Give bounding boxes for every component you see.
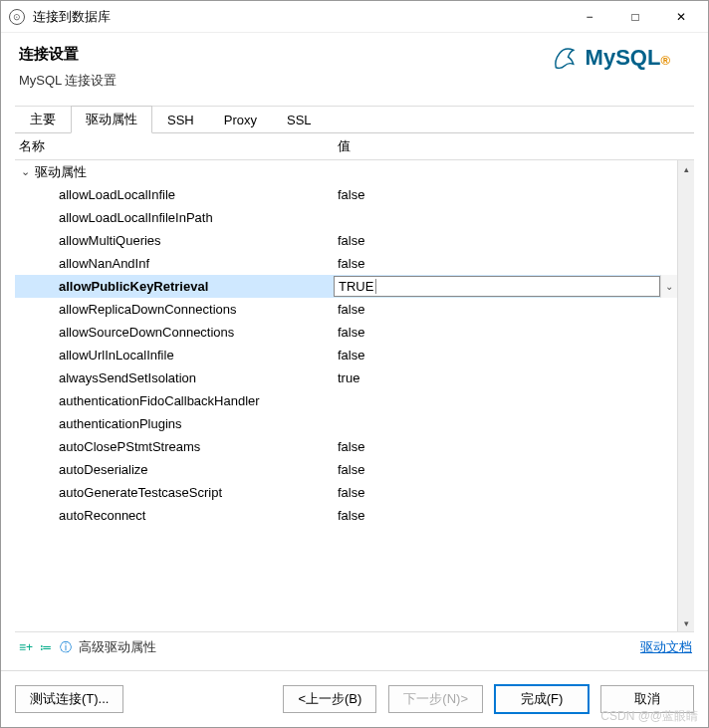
- property-row[interactable]: autoReconnectfalse: [15, 504, 677, 527]
- property-row[interactable]: alwaysSendSetIsolationtrue: [15, 366, 677, 389]
- property-value[interactable]: false: [334, 325, 677, 340]
- mysql-logo: MySQL®: [551, 45, 682, 73]
- property-name: authenticationFidoCallbackHandler: [15, 393, 334, 408]
- property-name: allowMultiQueries: [15, 233, 334, 248]
- property-name: allowLoadLocalInfile: [15, 187, 334, 202]
- tab-ssl[interactable]: SSL: [272, 106, 327, 132]
- property-value[interactable]: false: [334, 508, 677, 523]
- driver-docs-link[interactable]: 驱动文档: [640, 638, 692, 656]
- close-button[interactable]: ✕: [658, 2, 704, 32]
- property-name: autoGenerateTestcaseScript: [15, 485, 334, 500]
- property-name: autoReconnect: [15, 508, 334, 523]
- advanced-properties-label: 高级驱动属性: [79, 638, 156, 656]
- property-row[interactable]: allowPublicKeyRetrievalTRUE⌄: [15, 275, 677, 298]
- tab-driver-properties[interactable]: 驱动属性: [71, 106, 152, 133]
- next-button: 下一步(N)>: [388, 685, 483, 713]
- table-header: 名称 值: [15, 133, 694, 160]
- property-row[interactable]: allowReplicaDownConnectionsfalse: [15, 298, 677, 321]
- dialog-header: 连接设置 MySQL 连接设置 MySQL®: [1, 33, 708, 100]
- app-icon: ⊙: [9, 9, 25, 25]
- property-row[interactable]: allowMultiQueriesfalse: [15, 229, 677, 252]
- scroll-track[interactable]: [678, 177, 694, 614]
- group-label: 驱动属性: [35, 163, 87, 181]
- property-row[interactable]: authenticationFidoCallbackHandler: [15, 389, 677, 412]
- scroll-up-arrow[interactable]: ▴: [678, 160, 694, 177]
- property-row[interactable]: allowUrlInLocalInfilefalse: [15, 344, 677, 366]
- property-name: autoDeserialize: [15, 462, 334, 477]
- property-value[interactable]: false: [334, 485, 677, 500]
- property-value[interactable]: false: [334, 233, 677, 248]
- value-dropdown-icon[interactable]: ⌄: [660, 275, 677, 298]
- maximize-button[interactable]: □: [612, 2, 658, 32]
- inline-add-icon[interactable]: ≔: [37, 640, 55, 654]
- test-connection-button[interactable]: 测试连接(T)...: [15, 685, 123, 713]
- property-row[interactable]: allowSourceDownConnectionsfalse: [15, 321, 677, 344]
- dolphin-icon: [551, 45, 579, 73]
- scroll-down-arrow[interactable]: ▾: [678, 614, 694, 631]
- property-value[interactable]: false: [334, 348, 677, 363]
- property-name: allowSourceDownConnections: [15, 325, 334, 340]
- property-name: allowPublicKeyRetrieval: [15, 279, 334, 294]
- column-value-header[interactable]: 值: [334, 137, 694, 155]
- page-title: 连接设置: [19, 45, 117, 64]
- column-name-header[interactable]: 名称: [15, 137, 334, 155]
- property-row[interactable]: allowNanAndInffalse: [15, 252, 677, 275]
- button-bar: 测试连接(T)... <上一步(B) 下一步(N)> 完成(F) 取消: [1, 670, 708, 727]
- tab-proxy[interactable]: Proxy: [209, 106, 272, 132]
- property-row[interactable]: allowLoadLocalInfilefalse: [15, 183, 677, 206]
- add-property-icon[interactable]: ≡+: [17, 640, 35, 654]
- property-name: allowNanAndInf: [15, 256, 334, 271]
- chevron-down-icon: ⌄: [21, 165, 35, 178]
- group-driver-properties[interactable]: ⌄驱动属性: [15, 160, 677, 183]
- back-button[interactable]: <上一步(B): [283, 685, 376, 713]
- tab-ssh[interactable]: SSH: [152, 106, 209, 132]
- tab-bar: 主要 驱动属性 SSH Proxy SSL: [15, 106, 694, 133]
- properties-tree: ⌄驱动属性allowLoadLocalInfilefalseallowLoadL…: [15, 160, 694, 631]
- window-controls: − □ ✕: [567, 2, 704, 32]
- property-name: autoClosePStmtStreams: [15, 439, 334, 454]
- property-name: authenticationPlugins: [15, 416, 334, 431]
- cancel-button[interactable]: 取消: [600, 685, 694, 713]
- tab-main[interactable]: 主要: [15, 106, 71, 132]
- minimize-button[interactable]: −: [567, 2, 612, 32]
- property-value[interactable]: false: [334, 256, 677, 271]
- property-name: allowLoadLocalInfileInPath: [15, 210, 334, 225]
- property-value[interactable]: true: [334, 370, 677, 385]
- titlebar: ⊙ 连接到数据库 − □ ✕: [1, 1, 708, 33]
- property-name: alwaysSendSetIsolation: [15, 370, 334, 385]
- property-row[interactable]: allowLoadLocalInfileInPath: [15, 206, 677, 229]
- properties-footer: ≡+ ≔ ⓘ 高级驱动属性 驱动文档: [15, 631, 694, 662]
- property-row[interactable]: autoGenerateTestcaseScriptfalse: [15, 481, 677, 504]
- property-value[interactable]: TRUE: [334, 276, 660, 297]
- property-value[interactable]: false: [334, 302, 677, 317]
- property-value[interactable]: false: [334, 462, 677, 477]
- page-subtitle: MySQL 连接设置: [19, 72, 117, 90]
- content-area: 主要 驱动属性 SSH Proxy SSL 名称 值 ⌄驱动属性allowLoa…: [15, 106, 694, 662]
- property-value[interactable]: false: [334, 187, 677, 202]
- property-name: allowUrlInLocalInfile: [15, 348, 334, 363]
- property-row[interactable]: authenticationPlugins: [15, 412, 677, 435]
- vertical-scrollbar[interactable]: ▴ ▾: [677, 160, 694, 631]
- window-title: 连接到数据库: [33, 8, 567, 26]
- property-row[interactable]: autoClosePStmtStreamsfalse: [15, 435, 677, 458]
- property-value[interactable]: false: [334, 439, 677, 454]
- property-row[interactable]: autoDeserializefalse: [15, 458, 677, 481]
- info-icon[interactable]: ⓘ: [57, 640, 75, 654]
- finish-button[interactable]: 完成(F): [495, 685, 589, 713]
- property-name: allowReplicaDownConnections: [15, 302, 334, 317]
